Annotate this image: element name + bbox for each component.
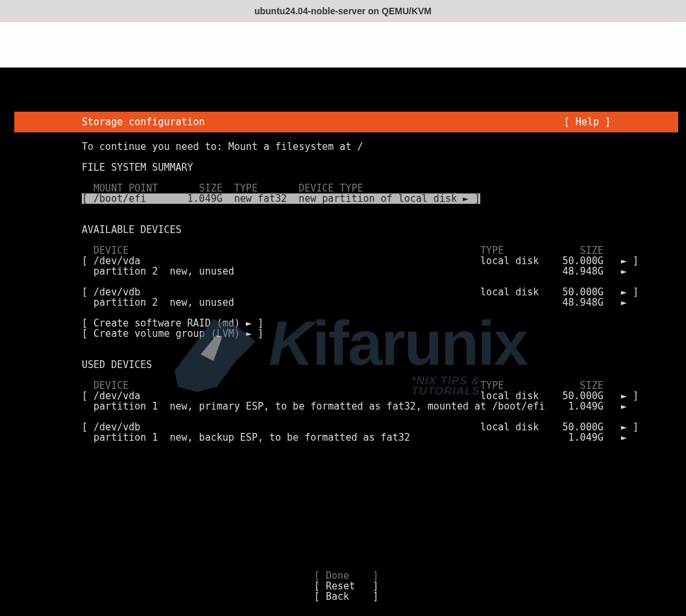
used-partition-row[interactable]: partition 1 new, primary ESP, to be form… xyxy=(82,400,627,412)
used-heading: USED DEVICES xyxy=(82,359,152,371)
help-button[interactable]: [ Help ] xyxy=(564,117,678,127)
available-heading: AVAILABLE DEVICES xyxy=(82,224,182,236)
reset-button[interactable]: [ Reset ] xyxy=(14,581,678,591)
create-lvm-button[interactable]: [ Create volume group (LVM) ► ] xyxy=(82,328,263,339)
back-button[interactable]: [ Back ] xyxy=(14,591,678,602)
fs-summary-heading: FILE SYSTEM SUMMARY xyxy=(82,162,193,173)
available-partition-row[interactable]: partition 2 new, unused 48.948G ► xyxy=(82,265,627,277)
window-title: ubuntu24.04-noble-server on QEMU/KVM xyxy=(254,6,432,16)
footer-buttons: [ Done ] [ Reset ] [ Back ] xyxy=(14,571,678,602)
installer-screen: Storage configuration [ Help ] To contin… xyxy=(0,68,686,616)
toolbar-placeholder xyxy=(0,22,686,68)
screen-header: Storage configuration [ Help ] xyxy=(14,112,678,132)
instruction-text: To continue you need to: Mount a filesys… xyxy=(82,141,363,153)
fs-summary-row-selected[interactable]: [ /boot/efi 1.049G new fat32 new partiti… xyxy=(82,193,480,204)
available-partition-row[interactable]: partition 2 new, unused 48.948G ► xyxy=(82,297,627,308)
done-button[interactable]: [ Done ] xyxy=(14,571,678,581)
screen-title: Storage configuration xyxy=(82,117,564,127)
used-partition-row[interactable]: partition 1 new, backup ESP, to be forma… xyxy=(82,432,627,443)
window-titlebar: ubuntu24.04-noble-server on QEMU/KVM xyxy=(0,0,686,22)
